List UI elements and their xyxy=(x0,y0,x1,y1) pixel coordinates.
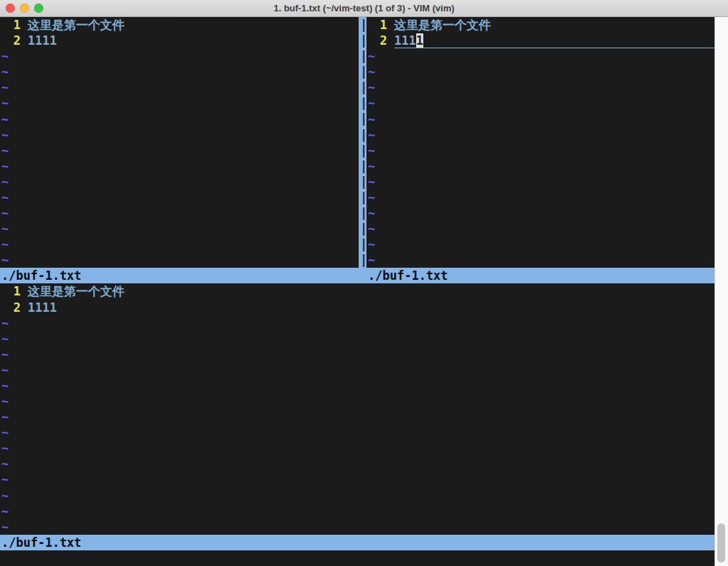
tilde-marker: ~ xyxy=(0,331,9,347)
bottom-window-empty-row: ~ xyxy=(0,362,715,378)
tilde-marker: ~ xyxy=(0,236,9,252)
bottom-window-line-1[interactable]: 1这里是第一个文件 xyxy=(0,283,715,299)
top-right-window-empty-row: ~ xyxy=(366,143,715,158)
top-right-window-empty-row: ~ xyxy=(366,127,715,143)
separator-bar-glyph: | xyxy=(359,17,366,33)
top-left-window-line-2[interactable]: 21111 xyxy=(0,33,359,48)
line-number: 2 xyxy=(366,33,387,48)
separator-bar-glyph: | xyxy=(359,64,366,80)
top-right-window-empty-row: ~ xyxy=(366,221,715,236)
tilde-marker: ~ xyxy=(366,48,375,64)
line-text: 这里是第一个文件 xyxy=(394,17,715,33)
command-line[interactable]: :vsp xyxy=(0,550,715,566)
top-right-window-empty-row: ~ xyxy=(366,252,715,268)
tilde-marker: ~ xyxy=(0,315,9,331)
line-number: 1 xyxy=(0,17,21,33)
top-left-window-empty-row: ~ xyxy=(0,48,359,64)
top-left-window-empty-row: ~ xyxy=(0,64,359,80)
tilde-marker: ~ xyxy=(0,158,9,174)
line-text: 1111 xyxy=(394,33,715,48)
bottom-window-empty-row: ~ xyxy=(0,393,715,409)
tilde-marker: ~ xyxy=(0,472,9,487)
tilde-marker: ~ xyxy=(366,190,375,205)
separator-bar-glyph: | xyxy=(359,80,366,95)
vertical-split-separator[interactable]: |||||||||||||||| xyxy=(359,17,366,268)
scrollbar-track[interactable] xyxy=(715,17,728,566)
statusline-filename-top-right: ./buf-1.txt xyxy=(368,268,448,283)
separator-bar-glyph: | xyxy=(359,48,366,64)
close-button[interactable] xyxy=(6,4,15,13)
tilde-marker: ~ xyxy=(0,190,9,205)
top-right-window-empty-row: ~ xyxy=(366,111,715,127)
tilde-marker: ~ xyxy=(0,409,9,425)
bottom-window-empty-row: ~ xyxy=(0,409,715,425)
bottom-window-empty-row: ~ xyxy=(0,440,715,456)
tilde-marker: ~ xyxy=(0,347,9,362)
top-left-window-empty-row: ~ xyxy=(0,127,359,143)
separator-bar-glyph: | xyxy=(359,190,366,205)
bottom-window-empty-row: ~ xyxy=(0,347,715,362)
bottom-window-empty-row: ~ xyxy=(0,331,715,347)
tilde-marker: ~ xyxy=(0,456,9,472)
statusline-bottom[interactable]: ./buf-1.txt xyxy=(0,535,715,550)
bottom-window-empty-row: ~ xyxy=(0,378,715,393)
bottom-window-line-2[interactable]: 21111 xyxy=(0,300,715,315)
tilde-marker: ~ xyxy=(0,378,9,393)
separator-bar-glyph: | xyxy=(359,95,366,111)
bottom-window-empty-row: ~ xyxy=(0,456,715,472)
bottom-window-empty-row: ~ xyxy=(0,519,715,535)
top-right-window-line-2[interactable]: 21111 xyxy=(366,33,715,48)
tilde-marker: ~ xyxy=(0,127,9,143)
top-right-window-empty-row: ~ xyxy=(366,48,715,64)
statusline-top[interactable]: ./buf-1.txt ./buf-1.txt xyxy=(0,268,715,283)
tilde-marker: ~ xyxy=(0,205,9,221)
separator-bar-glyph: | xyxy=(359,111,366,126)
tilde-marker: ~ xyxy=(0,48,9,64)
bottom-window-empty-row: ~ xyxy=(0,425,715,440)
bottom-window-empty-row: ~ xyxy=(0,315,715,331)
tilde-marker: ~ xyxy=(366,127,375,143)
separator-bar-glyph: | xyxy=(359,252,366,268)
tilde-marker: ~ xyxy=(366,221,375,236)
bottom-window-empty-row: ~ xyxy=(0,472,715,487)
minimize-button[interactable] xyxy=(20,4,29,13)
separator-bar-glyph: | xyxy=(359,221,366,236)
tilde-marker: ~ xyxy=(366,158,375,174)
top-right-window-empty-row: ~ xyxy=(366,80,715,95)
separator-bar-glyph: | xyxy=(359,236,366,252)
tilde-marker: ~ xyxy=(0,221,9,236)
line-number: 1 xyxy=(366,17,387,33)
traffic-lights xyxy=(6,0,43,16)
vim-editor-screen[interactable]: ./buf-1.txt ./buf-1.txt ./buf-1.txt :vsp… xyxy=(0,17,715,566)
tilde-marker: ~ xyxy=(366,252,375,268)
scrollbar-thumb[interactable] xyxy=(717,523,725,562)
statusline-filename-top-left: ./buf-1.txt xyxy=(1,268,82,283)
separator-bar-glyph: | xyxy=(359,174,366,190)
statusline-filename-bottom: ./buf-1.txt xyxy=(1,535,82,550)
line-number: 2 xyxy=(0,33,21,48)
tilde-marker: ~ xyxy=(0,519,9,535)
tilde-marker: ~ xyxy=(0,64,9,80)
top-right-window-empty-row: ~ xyxy=(366,236,715,252)
tilde-marker: ~ xyxy=(0,95,9,111)
zoom-button[interactable] xyxy=(34,4,43,13)
top-left-window-empty-row: ~ xyxy=(0,236,359,252)
separator-bar-glyph: | xyxy=(359,127,366,143)
top-right-window-line-1[interactable]: 1这里是第一个文件 xyxy=(366,17,715,33)
top-left-window-line-1[interactable]: 1这里是第一个文件 xyxy=(0,17,359,33)
top-left-window-empty-row: ~ xyxy=(0,80,359,95)
bottom-window-empty-row: ~ xyxy=(0,504,715,519)
tilde-marker: ~ xyxy=(0,111,9,127)
window-titlebar[interactable]: 1. buf-1.txt (~/vim-test) (1 of 3) - VIM… xyxy=(0,0,728,17)
line-text: 这里是第一个文件 xyxy=(28,17,359,33)
top-right-window-empty-row: ~ xyxy=(366,64,715,80)
top-right-window-empty-row: ~ xyxy=(366,190,715,205)
tilde-marker: ~ xyxy=(0,143,9,158)
tilde-marker: ~ xyxy=(0,393,9,409)
top-left-window-empty-row: ~ xyxy=(0,95,359,111)
top-right-window-empty-row: ~ xyxy=(366,95,715,111)
top-right-window-empty-row: ~ xyxy=(366,158,715,174)
tilde-marker: ~ xyxy=(366,143,375,158)
tilde-marker: ~ xyxy=(0,252,9,268)
window-title: 1. buf-1.txt (~/vim-test) (1 of 3) - VIM… xyxy=(0,0,728,16)
